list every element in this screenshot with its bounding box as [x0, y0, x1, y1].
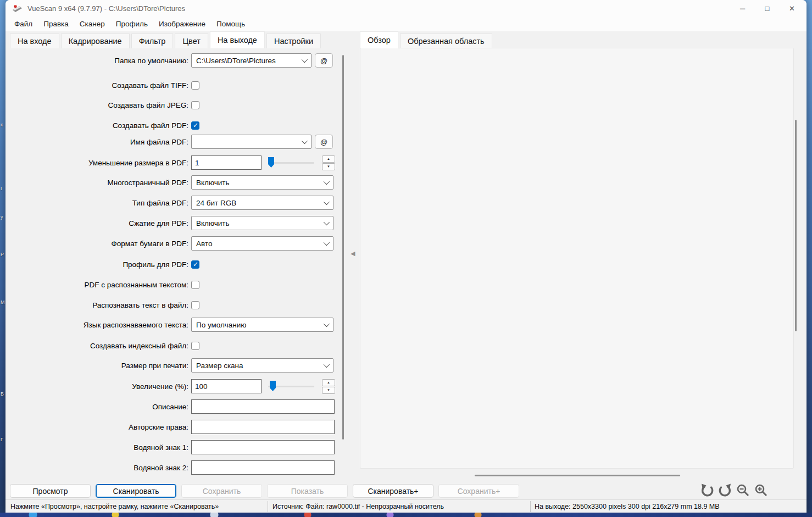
- field-label: Уменьшение размера в PDF:: [10, 159, 191, 167]
- tab-label: На входе: [18, 37, 52, 46]
- field-ocr-text-file: Распознавать текст в файл:: [10, 298, 199, 312]
- field-label: Распознавать текст в файл:: [10, 301, 191, 309]
- preview-area[interactable]: [360, 48, 794, 469]
- tab-label: Цвет: [182, 37, 201, 46]
- save-button[interactable]: Сохранить: [181, 484, 262, 498]
- field-label: PDF с распознанным текстом:: [10, 281, 191, 289]
- close-button[interactable]: ✕: [780, 0, 804, 17]
- tab-label: Настройки: [274, 37, 313, 46]
- preview-tab-strip: Обзор Обрезанная область: [360, 31, 494, 48]
- watermark-2-input[interactable]: [191, 460, 335, 475]
- magnification-stepper: ▲ ▼: [322, 379, 335, 394]
- desktop-taskbar-strip: [0, 513, 812, 517]
- field-ocr-pdf: PDF с распознанным текстом:: [10, 277, 199, 292]
- action-button-row: Просмотр Сканировать Сохранить Показать …: [10, 484, 519, 498]
- chevron-down-icon: [324, 362, 330, 368]
- zoom-out-icon[interactable]: [736, 483, 750, 498]
- tab-filter[interactable]: Фильтр: [131, 34, 174, 48]
- magnification-input[interactable]: [191, 379, 262, 393]
- ocr-text-file-checkbox[interactable]: [191, 301, 199, 309]
- field-printed-size: Размер при печати: Размер скана: [10, 358, 333, 373]
- rotate-left-icon[interactable]: [700, 483, 714, 498]
- field-label: Имя файла PDF:: [10, 138, 191, 146]
- jpeg-checkbox[interactable]: [191, 101, 199, 109]
- tab-preview[interactable]: Обзор: [360, 31, 398, 48]
- multipage-pdf-select[interactable]: Включить: [191, 175, 333, 190]
- combo-value: C:\Users\DTore\Pictures: [196, 57, 298, 65]
- field-jpeg: Создавать файл JPEG:: [10, 98, 199, 112]
- rotate-right-icon[interactable]: [718, 483, 732, 498]
- combo-value: Авто: [196, 240, 320, 248]
- menu-profile[interactable]: Профиль: [110, 18, 153, 31]
- printed-size-select[interactable]: Размер скана: [191, 358, 333, 373]
- menu-image[interactable]: Изображение: [153, 18, 211, 31]
- pdf-size-reduction-stepper: ▲ ▼: [322, 155, 335, 170]
- tab-cropped-area[interactable]: Обрезанная область: [400, 34, 492, 48]
- tab-label: Фильтр: [139, 37, 166, 46]
- ocr-pdf-checkbox[interactable]: [191, 281, 199, 289]
- pdf-filename-at-button[interactable]: @: [315, 135, 333, 149]
- field-label: Увеличение (%):: [10, 382, 191, 391]
- tab-color[interactable]: Цвет: [175, 34, 208, 48]
- description-input[interactable]: [191, 399, 335, 414]
- pdf-checkbox[interactable]: [191, 121, 199, 130]
- field-pdf-size-reduction: Уменьшение размера в PDF: ▲ ▼: [10, 155, 335, 170]
- field-label: Описание:: [10, 403, 191, 411]
- stepper-up-icon[interactable]: ▲: [322, 155, 335, 163]
- default-folder-at-button[interactable]: @: [315, 53, 333, 68]
- slider-thumb[interactable]: [270, 381, 276, 391]
- stepper-down-icon[interactable]: ▼: [322, 163, 335, 170]
- default-folder-select[interactable]: C:\Users\DTore\Pictures: [191, 53, 312, 68]
- preview-button[interactable]: Просмотр: [10, 484, 91, 498]
- chevron-down-icon: [324, 199, 330, 205]
- slider-thumb[interactable]: [268, 157, 274, 168]
- field-pdf-file-type: Тип файла PDF: 24 бит RGB: [10, 196, 333, 210]
- tab-crop[interactable]: Кадрирование: [61, 34, 130, 48]
- window-title: VueScan 9 x64 (9.7.97) - C:\Users\DTore\…: [27, 0, 185, 17]
- tab-label: Обрезанная область: [408, 37, 485, 46]
- preview-vertical-scrollbar[interactable]: [795, 120, 797, 331]
- tiff-checkbox[interactable]: [191, 81, 199, 90]
- tab-prefs[interactable]: Настройки: [266, 34, 321, 48]
- pdf-file-type-select[interactable]: 24 бит RGB: [191, 196, 333, 210]
- chevron-down-icon: [302, 57, 308, 63]
- pdf-profile-checkbox[interactable]: [191, 260, 199, 269]
- show-button[interactable]: Показать: [267, 484, 348, 498]
- field-label: Авторские права:: [10, 423, 191, 431]
- tab-label: Кадрирование: [69, 37, 122, 46]
- copyright-input[interactable]: [191, 420, 335, 434]
- field-label: Создавать файл PDF:: [10, 121, 191, 130]
- watermark-1-input[interactable]: [191, 440, 335, 454]
- magnification-slider[interactable]: [268, 379, 314, 393]
- menu-help[interactable]: Помощь: [211, 18, 251, 31]
- menu-file[interactable]: Файл: [9, 18, 38, 31]
- minimize-button[interactable]: ─: [730, 0, 755, 17]
- scan-button[interactable]: Сканировать: [96, 484, 176, 498]
- window-controls: ─ □ ✕: [730, 0, 804, 17]
- stepper-down-icon[interactable]: ▼: [322, 387, 335, 394]
- menu-edit[interactable]: Правка: [38, 18, 74, 31]
- ocr-language-select[interactable]: По умолчанию: [191, 318, 333, 332]
- left-panel-scrollbar[interactable]: [342, 55, 344, 440]
- pdf-filename-select[interactable]: [191, 135, 312, 149]
- field-pdf-paper-size: Формат бумаги в PDF: Авто: [10, 236, 333, 251]
- tab-output[interactable]: На выходе: [210, 31, 265, 48]
- field-label: Формат бумаги в PDF:: [10, 240, 191, 248]
- pdf-compression-select[interactable]: Включить: [191, 216, 333, 230]
- splitter-collapse-icon[interactable]: ◀: [351, 250, 355, 257]
- index-file-checkbox[interactable]: [191, 342, 199, 350]
- pdf-size-reduction-slider[interactable]: [268, 155, 314, 170]
- maximize-button[interactable]: □: [755, 0, 780, 17]
- scan-plus-button[interactable]: Сканировать+: [353, 484, 433, 498]
- status-source: Источник: Файл: raw0000.tif - Непрозрачн…: [272, 500, 444, 513]
- field-pdf-profile: Профиль для PDF:: [10, 257, 199, 271]
- preview-horizontal-scrollbar[interactable]: [475, 475, 680, 476]
- field-label: Водяной знак 2:: [10, 464, 191, 472]
- zoom-in-icon[interactable]: [754, 483, 769, 498]
- stepper-up-icon[interactable]: ▲: [322, 379, 335, 386]
- pdf-paper-size-select[interactable]: Авто: [191, 236, 333, 251]
- pdf-size-reduction-input[interactable]: [191, 155, 262, 170]
- save-plus-button[interactable]: Сохранить+: [438, 484, 519, 498]
- tab-input[interactable]: На входе: [10, 34, 59, 48]
- menu-scanner[interactable]: Сканер: [74, 18, 110, 31]
